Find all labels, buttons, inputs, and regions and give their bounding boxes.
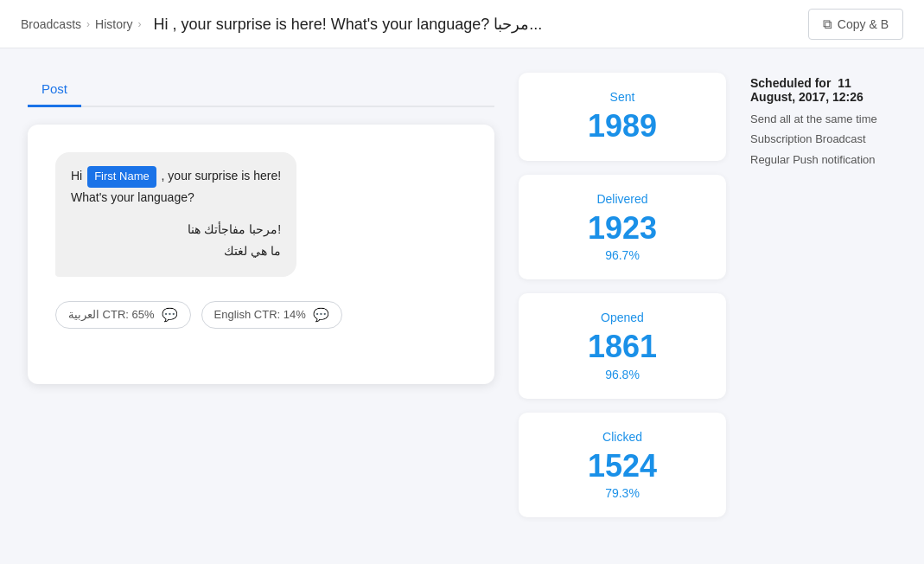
chat-icon-arabic: 💬	[162, 307, 178, 323]
stat-sent-value: 1989	[539, 109, 705, 144]
schedule-line1: Send all at the same time	[750, 109, 896, 129]
stat-clicked-value: 1524	[539, 449, 705, 484]
message-bubble: Hi First Name , your surprise is here! W…	[55, 152, 296, 277]
ctr-arabic-label: العربية CTR: 65%	[68, 308, 155, 321]
stat-delivered: Delivered 1923 96.7%	[519, 175, 726, 280]
stats-panel: Sent 1989 Delivered 1923 96.7% Opened 18…	[519, 73, 726, 517]
stat-sent-label: Sent	[539, 90, 705, 104]
copy-icon: ⧉	[823, 16, 832, 32]
stat-clicked-percent: 79.3%	[539, 486, 705, 500]
page-title: Hi , your surprise is here! What's your …	[154, 15, 543, 34]
message-suffix: , your surprise is here!	[162, 169, 282, 183]
breadcrumb-nav: Broadcasts › History › Hi , your surpris…	[21, 15, 542, 34]
stat-clicked-label: Clicked	[539, 430, 705, 444]
schedule-for-label: Scheduled for	[750, 76, 831, 90]
breadcrumb-sep-2: ›	[138, 18, 142, 30]
breadcrumb-sep-1: ›	[86, 18, 90, 30]
message-prefix: Hi	[71, 169, 82, 183]
message-arabic: !مرحبا مفاجأتك هنا ما هي لغتك	[71, 219, 281, 262]
stat-clicked: Clicked 1524 79.3%	[519, 413, 726, 518]
schedule-line3: Regular Push notification	[750, 150, 896, 170]
message-line2: What's your language?	[71, 190, 194, 204]
tabs: Post	[28, 73, 494, 107]
stat-delivered-value: 1923	[539, 211, 705, 246]
left-panel: Post Hi First Name , your surprise is he…	[28, 73, 494, 517]
copy-button[interactable]: ⧉ Copy & B	[808, 9, 903, 40]
breadcrumb-history[interactable]: History	[95, 17, 133, 31]
ctr-pill-arabic[interactable]: العربية CTR: 65% 💬	[55, 301, 191, 329]
schedule-line2: Subscription Broadcast	[750, 129, 896, 149]
breadcrumb-bar: Broadcasts › History › Hi , your surpris…	[0, 0, 924, 48]
schedule-for: Scheduled for 11 August, 2017, 12:26	[750, 76, 896, 104]
arabic-line1: !مرحبا مفاجأتك هنا	[71, 219, 281, 240]
breadcrumb-broadcasts[interactable]: Broadcasts	[21, 17, 81, 31]
message-text: Hi First Name , your surprise is here! W…	[71, 166, 281, 207]
stat-sent: Sent 1989	[519, 73, 726, 161]
stat-opened-value: 1861	[539, 330, 705, 364]
stat-opened: Opened 1861 96.8%	[519, 293, 726, 399]
ctr-pills: العربية CTR: 65% 💬 English CTR: 14% 💬	[55, 301, 467, 329]
first-name-tag: First Name	[87, 166, 156, 188]
chat-icon-english: 💬	[313, 307, 329, 323]
ctr-pill-english[interactable]: English CTR: 14% 💬	[201, 301, 342, 329]
main-content: Post Hi First Name , your surprise is he…	[0, 48, 924, 542]
schedule-panel: Scheduled for 11 August, 2017, 12:26 Sen…	[750, 73, 896, 517]
stat-opened-percent: 96.8%	[539, 368, 705, 381]
message-card: Hi First Name , your surprise is here! W…	[28, 125, 494, 384]
stat-opened-label: Opened	[539, 311, 705, 324]
schedule-meta: Send all at the same time Subscription B…	[750, 109, 896, 170]
tab-post[interactable]: Post	[28, 73, 81, 107]
arabic-line2: ما هي لغتك	[71, 240, 281, 262]
copy-label: Copy & B	[838, 17, 889, 31]
stat-delivered-percent: 96.7%	[539, 248, 705, 262]
stat-delivered-label: Delivered	[539, 192, 705, 206]
ctr-english-label: English CTR: 14%	[214, 308, 306, 321]
